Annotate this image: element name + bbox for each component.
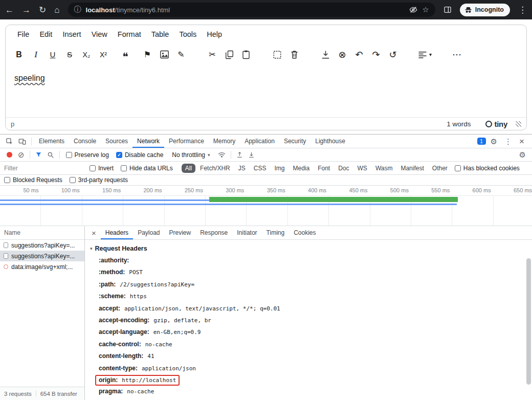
disclosure-triangle-icon[interactable]: ▾ [90,246,93,251]
filter-type-doc[interactable]: Doc [335,164,352,173]
request-row-selected[interactable]: suggestions?apiKey=... [0,251,84,261]
align-button[interactable]: ▾ [418,47,432,62]
strikethrough-button[interactable]: S [63,47,76,62]
close-detail-icon[interactable]: × [87,229,101,237]
menu-help[interactable]: Help [202,29,227,40]
network-overview-timeline[interactable]: 50 ms 100 ms 150 ms 200 ms 250 ms 300 ms… [0,186,532,226]
restore-draft-button[interactable]: ↺ [387,47,399,62]
blockquote-button[interactable]: ❝ [119,47,131,62]
devtools-menu-icon[interactable]: ⋮ [502,138,515,145]
disable-cache-checkbox[interactable]: ✓ Disable cache [116,151,163,159]
tiny-brand[interactable]: tiny [485,120,507,128]
tab-elements[interactable]: Elements [34,135,69,148]
menu-table[interactable]: Table [147,29,174,40]
request-row[interactable]: data:image/svg+xml;... [0,261,84,272]
copy-button[interactable] [223,47,235,62]
subscript-button[interactable]: X₂ [80,47,93,62]
cut-button[interactable]: ✂ [206,47,218,62]
network-conditions-icon[interactable] [215,151,228,158]
tab-sources[interactable]: Sources [101,135,132,148]
filter-type-img[interactable]: Img [271,164,288,173]
device-toolbar-icon[interactable] [16,138,29,145]
tab-response[interactable]: Response [195,226,232,239]
menu-edit[interactable]: Edit [35,29,57,40]
filter-type-font[interactable]: Font [314,164,334,173]
third-party-requests-label[interactable]: 3rd-party requests [78,176,128,184]
editor-content-area[interactable]: speeling [6,67,526,117]
filter-type-css[interactable]: CSS [250,164,270,173]
tab-performance[interactable]: Performance [164,135,209,148]
menu-view[interactable]: View [87,29,112,40]
hide-data-urls-checkbox[interactable]: Hide data URLs [121,165,173,172]
filter-input[interactable] [4,165,86,172]
tab-application[interactable]: Application [240,135,279,148]
has-blocked-cookies-checkbox[interactable]: Has blocked cookies [455,165,520,172]
preserve-log-checkbox[interactable]: Preserve log [66,151,109,159]
tab-payload[interactable]: Payload [133,226,164,239]
search-icon[interactable] [45,151,57,159]
download-button[interactable] [319,47,331,62]
devtools-settings-icon[interactable]: ⚙ [488,138,500,145]
tab-lighthouse[interactable]: Lighthouse [311,135,350,148]
tab-timing[interactable]: Timing [262,226,290,239]
tab-security[interactable]: Security [279,135,311,148]
format-painter-button[interactable]: ⚑ [141,47,153,62]
record-icon[interactable] [7,152,12,158]
superscript-button[interactable]: X² [97,47,109,62]
name-column-header[interactable]: Name [0,226,84,240]
throttling-select[interactable]: No throttling ▾ [172,151,210,159]
menu-file[interactable]: File [13,29,34,40]
filter-type-manifest[interactable]: Manifest [397,164,427,173]
tab-network[interactable]: Network [132,135,164,148]
italic-button[interactable]: I [30,47,42,62]
more-toolbar-button[interactable]: ⋯ [451,47,463,62]
misspelled-word[interactable]: speeling [14,74,45,82]
filter-type-all[interactable]: All [182,164,195,173]
checkbox-unchecked[interactable] [121,165,127,171]
bookmark-star-icon[interactable]: ☆ [422,5,429,14]
request-headers-section[interactable]: ▾ Request Headers [90,243,532,254]
checkbox-unchecked[interactable] [70,177,76,183]
tab-preview[interactable]: Preview [165,226,196,239]
checkbox-unchecked[interactable] [4,177,10,183]
network-settings-icon[interactable]: ⚙ [517,151,528,159]
browser-menu-icon[interactable]: ⋮ [518,6,527,14]
select-all-button[interactable] [271,47,283,62]
inspect-element-icon[interactable] [3,138,16,145]
element-path[interactable]: p [11,120,14,128]
insert-image-button[interactable] [158,47,170,62]
checkbox-checked[interactable]: ✓ [116,152,122,158]
request-row[interactable]: suggestions?apiKey=... [0,240,84,251]
menu-insert[interactable]: Insert [58,29,85,40]
checkbox-unchecked[interactable] [90,165,96,171]
export-har-icon[interactable] [246,151,257,158]
side-panel-icon[interactable] [444,6,452,14]
tab-headers[interactable]: Headers [101,226,133,239]
menu-tools[interactable]: Tools [174,29,201,40]
preserve-log-label[interactable]: Preserve log [75,151,109,159]
filter-type-media[interactable]: Media [289,164,313,173]
delete-button[interactable] [288,47,300,62]
forward-icon[interactable]: → [22,6,31,14]
blocked-requests-checkbox[interactable]: Blocked Requests [4,176,62,184]
paste-button[interactable] [240,47,252,62]
clear-icon[interactable]: ⊘ [15,151,27,159]
tab-console[interactable]: Console [69,135,101,148]
resize-handle[interactable] [516,121,521,127]
tab-cookies[interactable]: Cookies [289,226,320,239]
third-party-requests-checkbox[interactable]: 3rd-party requests [70,176,128,184]
tracking-protection-icon[interactable] [409,6,417,14]
filter-type-other[interactable]: Other [429,164,451,173]
tab-initiator[interactable]: Initiator [232,226,261,239]
cancel-button[interactable]: ⊗ [336,47,348,62]
filter-type-fetch-xhr[interactable]: Fetch/XHR [196,164,234,173]
filter-type-wasm[interactable]: Wasm [372,164,396,173]
filter-funnel-icon[interactable] [33,151,45,158]
underline-button[interactable]: U [47,47,59,62]
import-har-icon[interactable] [234,151,246,158]
has-blocked-cookies-label[interactable]: Has blocked cookies [463,165,520,172]
permanent-pen-button[interactable]: ✎ [175,47,187,62]
reload-icon[interactable]: ↻ [39,6,46,14]
hide-data-urls-label[interactable]: Hide data URLs [129,165,173,172]
checkbox-unchecked[interactable] [66,152,72,158]
